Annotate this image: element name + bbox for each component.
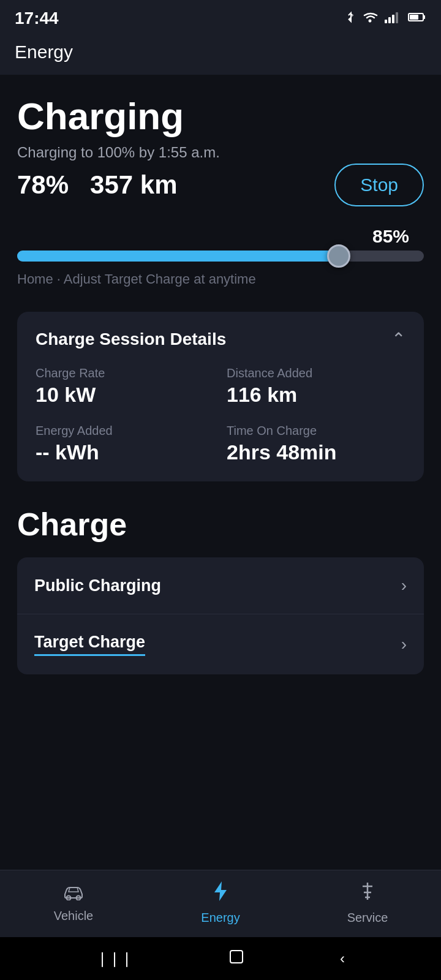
charge-session-card: Charge Session Details ⌃ Charge Rate 10 … bbox=[17, 312, 424, 481]
slider-fill bbox=[17, 251, 339, 262]
detail-charge-rate-value: 10 kW bbox=[36, 383, 214, 407]
page-title: Energy bbox=[15, 42, 426, 62]
android-recents-button[interactable]: ❘❘❘ bbox=[96, 950, 133, 967]
charging-percentage: 78% bbox=[17, 170, 69, 199]
slider-thumb[interactable] bbox=[327, 244, 350, 268]
battery-icon bbox=[408, 12, 426, 26]
chevron-up-icon[interactable]: ⌃ bbox=[391, 329, 405, 349]
svg-rect-3 bbox=[396, 12, 398, 23]
detail-distance-added: Distance Added 116 km bbox=[227, 366, 405, 407]
nav-item-service[interactable]: Service bbox=[331, 880, 404, 925]
charge-list-card: Public Charging › Target Charge › bbox=[17, 557, 424, 674]
nav-vehicle-label: Vehicle bbox=[54, 909, 94, 923]
signal-icon bbox=[385, 11, 402, 26]
public-charging-chevron: › bbox=[401, 576, 407, 595]
status-icons bbox=[345, 10, 426, 27]
public-charging-item[interactable]: Public Charging › bbox=[17, 557, 424, 614]
details-grid: Charge Rate 10 kW Distance Added 116 km … bbox=[36, 366, 405, 464]
svg-rect-1 bbox=[388, 17, 391, 23]
card-header[interactable]: Charge Session Details ⌃ bbox=[36, 329, 405, 349]
charging-title: Charging bbox=[17, 94, 424, 138]
detail-time-on-charge: Time On Charge 2hrs 48min bbox=[227, 424, 405, 464]
svg-rect-13 bbox=[230, 951, 243, 963]
charge-section-title: Charge bbox=[17, 506, 424, 543]
target-charge-label: Target Charge bbox=[34, 633, 145, 656]
nav-item-vehicle[interactable]: Vehicle bbox=[37, 883, 110, 923]
svg-rect-5 bbox=[410, 15, 418, 20]
nav-service-label: Service bbox=[347, 911, 388, 925]
slider-hint: Home · Adjust Target Charge at anytime bbox=[17, 271, 424, 287]
charging-range: 357 km bbox=[90, 170, 177, 199]
svg-rect-2 bbox=[392, 15, 394, 23]
android-back-button[interactable]: ‹ bbox=[340, 950, 345, 967]
detail-distance-value: 116 km bbox=[227, 383, 405, 407]
android-nav-bar: ❘❘❘ ‹ bbox=[0, 937, 441, 980]
wifi-icon bbox=[363, 11, 379, 26]
charge-target-pct: 85% bbox=[372, 226, 409, 247]
detail-energy-added: Energy Added -- kWh bbox=[36, 424, 214, 464]
bluetooth-icon bbox=[345, 10, 356, 27]
car-icon bbox=[62, 883, 85, 905]
slider-track bbox=[17, 251, 424, 262]
top-bar: Energy bbox=[0, 34, 441, 75]
card-title: Charge Session Details bbox=[36, 330, 226, 349]
svg-rect-6 bbox=[423, 15, 425, 19]
status-bar: 17:44 bbox=[0, 0, 441, 34]
detail-distance-label: Distance Added bbox=[227, 366, 405, 380]
charging-subtitle: Charging to 100% by 1:55 a.m. bbox=[17, 144, 424, 161]
stop-button[interactable]: Stop bbox=[334, 164, 424, 206]
detail-charge-rate: Charge Rate 10 kW bbox=[36, 366, 214, 407]
bolt-icon bbox=[212, 880, 229, 907]
charging-stats: 78% 357 km bbox=[17, 170, 178, 200]
target-charge-chevron: › bbox=[401, 635, 407, 654]
main-content: Charging Charging to 100% by 1:55 a.m. 7… bbox=[0, 75, 441, 870]
status-time: 17:44 bbox=[15, 9, 59, 28]
android-home-button[interactable] bbox=[227, 948, 246, 970]
bottom-nav: Vehicle Energy Service bbox=[0, 870, 441, 937]
detail-time-label: Time On Charge bbox=[227, 424, 405, 438]
charge-slider-container[interactable] bbox=[17, 251, 424, 262]
nav-energy-label: Energy bbox=[201, 911, 239, 925]
detail-energy-value: -- kWh bbox=[36, 440, 214, 464]
nav-item-energy[interactable]: Energy bbox=[184, 880, 257, 925]
tools-icon bbox=[358, 880, 377, 907]
detail-time-value: 2hrs 48min bbox=[227, 440, 405, 464]
charging-stats-row: 78% 357 km Stop bbox=[17, 164, 424, 206]
target-charge-item[interactable]: Target Charge › bbox=[17, 614, 424, 674]
public-charging-label: Public Charging bbox=[34, 576, 161, 595]
detail-energy-label: Energy Added bbox=[36, 424, 214, 438]
detail-charge-rate-label: Charge Rate bbox=[36, 366, 214, 380]
svg-rect-0 bbox=[385, 20, 387, 23]
charge-target-row: 85% bbox=[17, 226, 424, 247]
